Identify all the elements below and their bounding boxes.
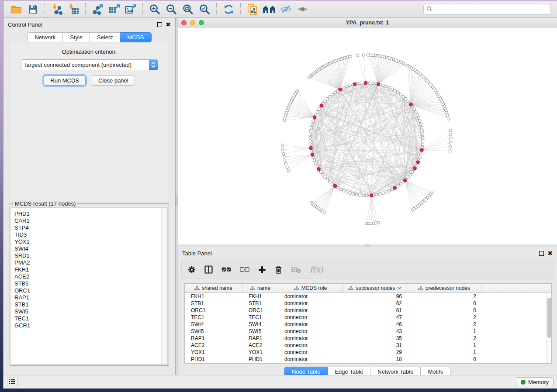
search-box[interactable] [423, 4, 551, 15]
optimization-criterion-select[interactable]: largest connected component (undirected) [21, 59, 158, 70]
refresh-icon[interactable] [220, 3, 237, 16]
mcds-result-item[interactable]: STB1 [14, 301, 167, 308]
close-table-panel-button[interactable]: ✖ [547, 250, 553, 256]
table-row[interactable]: ACE2ACE2connector311 [185, 342, 551, 349]
cell-successors: 29 [343, 349, 407, 356]
zoom-in-icon[interactable] [146, 3, 163, 16]
export-network-icon[interactable] [89, 3, 106, 16]
mcds-result-item[interactable]: STP4 [14, 224, 167, 231]
vertical-splitter-handle[interactable] [176, 195, 177, 206]
mcds-result-item[interactable]: CAR1 [14, 217, 167, 224]
close-panel-button-mcds[interactable]: Close panel [92, 76, 135, 86]
table-options-icon[interactable] [188, 266, 196, 274]
hide-selected-icon[interactable] [277, 3, 294, 16]
node-table: shared namenameMCDS rolesuccessor nodesp… [184, 283, 552, 364]
export-image-icon[interactable] [122, 3, 139, 16]
first-neighbors-icon[interactable] [261, 3, 277, 16]
table-row[interactable]: TEC1TEC1connector472 [185, 314, 551, 321]
mcds-result-item[interactable]: TID3 [14, 231, 167, 238]
network-window-titlebar[interactable]: YPA_prune.txt_1 [178, 18, 557, 28]
float-table-panel-button[interactable] [539, 251, 544, 256]
status-bar: Memory [3, 375, 557, 389]
table-row[interactable]: PHD1PHD1dominator180 [185, 356, 551, 363]
cell-shared_name: FKH1 [185, 293, 242, 300]
table-row[interactable]: RAP1RAP1dominator352 [185, 335, 551, 342]
column-header-predecessor-nodes[interactable]: predecessor nodes [407, 284, 481, 292]
table-row[interactable]: SWI4SWI4dominator462 [185, 321, 551, 328]
column-header-name[interactable]: name [242, 284, 278, 292]
mcds-result-item[interactable]: STB5 [14, 280, 167, 287]
column-header-shared-name[interactable]: shared name [185, 284, 242, 292]
mcds-result-item[interactable]: RAP1 [14, 294, 167, 301]
run-mcds-button[interactable]: Run MCDS [44, 76, 86, 86]
open-file-icon[interactable] [8, 3, 24, 16]
table-scrollbar-thumb[interactable] [547, 298, 551, 338]
table-row[interactable]: ORC1ORC1dominator610 [185, 307, 551, 314]
cell-role: connector [278, 314, 343, 321]
close-panel-button[interactable]: ✖ [166, 21, 171, 28]
mcds-result-item[interactable]: TEC1 [14, 315, 167, 322]
mcds-result-title: MCDS result (17 nodes) [13, 200, 77, 207]
table-row[interactable]: SWI5SWI5connector431 [185, 328, 551, 335]
select-all-rows-icon[interactable] [221, 267, 231, 272]
cell-predecessors: 1 [407, 328, 481, 335]
import-table-icon[interactable] [65, 3, 82, 16]
select-stepper-icon [149, 59, 158, 70]
control-panel: Control Panel ✖ NetworkStyleSelectMCDS O… [3, 18, 175, 375]
toggle-column-display-icon[interactable] [204, 265, 213, 274]
table-row[interactable]: FKH1FKH1dominator962 [185, 293, 551, 300]
mcds-result-item[interactable]: GCR1 [14, 322, 167, 329]
zoom-out-icon[interactable] [163, 3, 180, 16]
horizontal-splitter[interactable] [177, 244, 557, 247]
save-session-icon[interactable] [24, 3, 41, 16]
column-header-MCDS-role[interactable]: MCDS role [278, 284, 343, 292]
cell-predecessors: 0 [407, 307, 481, 314]
add-column-icon[interactable] [258, 266, 266, 274]
task-history-button[interactable] [7, 378, 17, 386]
delete-columns-icon[interactable] [275, 265, 282, 274]
cell-successors: 96 [343, 293, 407, 300]
memory-button[interactable]: Memory [516, 377, 554, 387]
horizontal-splitter-handle[interactable] [365, 244, 370, 247]
mcds-result-list[interactable]: PHD1CAR1STP4TID3YOX1SWI4SRD1PMA2FKH1ACE2… [11, 207, 168, 364]
table-row[interactable]: YOX1YOX1connector291 [185, 349, 551, 356]
optimization-criterion-label: Optimization criterion: [10, 48, 169, 55]
mcds-result-item[interactable]: YOX1 [14, 238, 167, 245]
network-canvas[interactable] [178, 28, 557, 244]
duplicate-network-icon[interactable] [244, 3, 261, 16]
cell-predecessors: 2 [407, 293, 481, 300]
mcds-list-scrollbar[interactable] [161, 208, 167, 364]
tab-select[interactable]: Select [90, 32, 120, 42]
cell-shared_name: RAP1 [185, 335, 242, 342]
mcds-result-item[interactable]: SWI5 [14, 308, 167, 315]
show-all-icon[interactable] [294, 3, 311, 16]
mcds-result-item[interactable]: ORC1 [14, 287, 167, 294]
mcds-result-item[interactable]: SRD1 [14, 252, 167, 259]
deselect-all-rows-icon[interactable] [240, 267, 249, 272]
column-header-successor-nodes[interactable]: successor nodes [343, 284, 407, 292]
cell-name: FKH1 [242, 293, 278, 300]
tab-network[interactable]: Network [27, 32, 63, 42]
mcds-result-item[interactable]: SWI4 [14, 245, 167, 252]
toolbar-separator [142, 3, 143, 15]
tab-mcds[interactable]: MCDS [120, 32, 151, 42]
export-table-icon[interactable] [106, 3, 122, 16]
memory-button-label: Memory [528, 379, 549, 385]
zoom-selected-icon[interactable] [196, 3, 213, 16]
cell-shared_name: PHD1 [185, 356, 242, 363]
mcds-result-item[interactable]: FKH1 [14, 266, 167, 273]
table-row[interactable]: STB1STB1dominator620 [185, 300, 551, 307]
table-scrollbar[interactable] [546, 293, 551, 363]
cell-name: RAP1 [242, 335, 278, 342]
search-input[interactable] [432, 6, 548, 12]
mcds-result-item[interactable]: PHD1 [14, 210, 167, 217]
cell-shared_name: STB1 [185, 300, 242, 307]
mcds-result-item[interactable]: ACE2 [14, 273, 167, 280]
tab-style[interactable]: Style [63, 32, 90, 42]
float-panel-button[interactable] [157, 22, 162, 27]
import-network-icon[interactable] [48, 3, 65, 16]
vertical-splitter[interactable] [175, 18, 177, 375]
zoom-fit-icon[interactable] [180, 3, 196, 16]
control-panel-title: Control Panel [8, 21, 42, 28]
mcds-result-item[interactable]: PMA2 [14, 259, 167, 266]
